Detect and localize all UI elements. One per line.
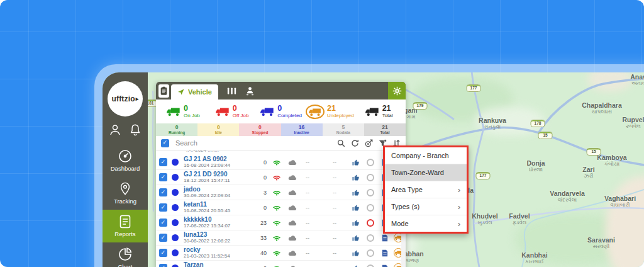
table-row[interactable]: Tarzan 28-08-2024 15:35:22 0 -- -- (156, 261, 406, 267)
thumbs-up-icon[interactable] (352, 204, 360, 212)
vehicle-status-dot (172, 189, 179, 196)
vehicle-name[interactable]: Tarzan (184, 262, 254, 267)
note-icon[interactable] (381, 264, 389, 267)
row-checkbox[interactable] (159, 203, 167, 212)
wifi-icon (272, 159, 281, 166)
thumbs-up-icon[interactable] (352, 249, 360, 257)
substat-total[interactable]: 21Total (364, 123, 406, 136)
route-badge-177: 177 (467, 84, 481, 92)
refresh-icon[interactable] (351, 139, 359, 147)
substat-inactive[interactable]: 16Inactive (281, 123, 323, 136)
search-icon[interactable] (337, 139, 345, 147)
substat-nodata[interactable]: 5Nodata (323, 123, 364, 136)
clipboard-tab-icon[interactable] (158, 84, 169, 98)
geofence-icon[interactable] (365, 139, 373, 147)
row-checkbox[interactable] (159, 234, 167, 242)
status-ring-icon[interactable] (367, 264, 374, 267)
select-all-checkbox[interactable] (161, 139, 169, 147)
vehicle-name[interactable]: ketan11 (184, 202, 254, 208)
map-label-vaghabari: Vaghabariવાઘાબારી (604, 195, 636, 208)
clipped-row: ..-..-2024 ..:..:.. (156, 151, 406, 155)
tab-vehicle[interactable]: Vehicle (171, 84, 218, 99)
vehicle-name[interactable]: GJ 21 AS 0902 (184, 156, 254, 163)
sidebar-item-tracking[interactable]: Tracking (103, 177, 148, 210)
table-row[interactable]: GJ 21 AS 0902 16-08-2024 23:09:44 0 -- -… (156, 155, 406, 170)
stat-total[interactable]: 21Total (354, 105, 403, 118)
logo-text: ufftzio (111, 94, 135, 103)
row-checkbox[interactable] (159, 249, 167, 257)
status-ring-icon[interactable] (367, 204, 374, 212)
stats-row: 0On Job 0Off Job 0Completed 21Undeployed… (156, 99, 406, 123)
vehicle-datetime: 30-09-2024 22:09:04 (184, 193, 254, 198)
truck-icon (306, 105, 325, 119)
row-checkbox[interactable] (159, 158, 167, 166)
chevron-right-icon: › (458, 220, 460, 228)
wifi-icon (272, 174, 281, 181)
row-checkbox[interactable] (159, 219, 167, 227)
thumbs-up-icon[interactable] (352, 174, 360, 181)
table-row[interactable]: jadoo 30-09-2024 22:09:04 3 -- -- (156, 185, 406, 200)
wifi-icon (272, 219, 281, 226)
stat-completed[interactable]: 0Completed (257, 105, 306, 118)
dropdown-item-area-type[interactable]: Area Type › (385, 181, 467, 198)
vehicle-table: ..-..-2024 ..:..:.. GJ 21 AS 0902 16-08-… (156, 151, 406, 267)
person-pin-tab-icon[interactable] (245, 86, 255, 96)
status-ring-icon[interactable] (367, 159, 374, 166)
substat-stopped[interactable]: 0Stopped (239, 123, 280, 136)
status-ring-icon[interactable] (367, 234, 374, 242)
vehicle-count: 23 (254, 220, 267, 226)
row-checkbox[interactable] (159, 173, 167, 181)
vehicle-name[interactable]: luna123 (184, 232, 254, 239)
status-ring-icon[interactable] (367, 249, 374, 257)
thumbs-up-icon[interactable] (352, 264, 360, 267)
dropdown-item-types-s[interactable]: Types (s) › (385, 198, 467, 215)
dropdown-item-company-branch[interactable]: Company - Branch (385, 147, 467, 164)
stat-off-job[interactable]: 0Off Job (208, 105, 257, 118)
thumbs-up-icon[interactable] (352, 234, 360, 242)
substat-running[interactable]: 0Running (156, 123, 197, 136)
app-logo[interactable]: ufftzio▸ (108, 81, 143, 116)
bell-icon[interactable] (130, 123, 142, 136)
status-ring-icon[interactable] (367, 189, 374, 196)
truck-icon (166, 106, 181, 116)
sidebar-item-dashboard[interactable]: Dashboard (103, 144, 148, 177)
status-ring-icon[interactable] (367, 219, 374, 227)
table-row[interactable]: rocky 21-03-2023 11:52:54 40 -- -- (156, 246, 406, 261)
table-row[interactable]: GJ 21 DD 9290 18-12-2024 15:47:11 0 -- -… (156, 170, 406, 185)
pie-icon (118, 247, 132, 261)
substat-idle[interactable]: 0Idle (197, 123, 239, 136)
map-label-anav: Anavઅનાવ (630, 73, 644, 87)
vehicle-name[interactable]: kkkkkk10 (184, 217, 254, 224)
search-input[interactable] (174, 139, 332, 147)
table-row[interactable]: kkkkkk10 17-08-2022 15:34:07 23 -- -- (156, 215, 406, 230)
sidebar-item-chart[interactable]: Chart (103, 242, 148, 267)
note-icon[interactable] (381, 249, 389, 257)
vehicle-name[interactable]: GJ 21 DD 9290 (184, 171, 254, 178)
thumbs-up-icon[interactable] (352, 189, 360, 196)
vehicle-name[interactable]: jadoo (184, 186, 254, 193)
stat-undeployed[interactable]: 21Undeployed (305, 105, 354, 119)
thumbs-up-icon[interactable] (352, 219, 360, 227)
row-checkbox[interactable] (159, 264, 167, 267)
settings-gear-button[interactable] (388, 82, 406, 99)
table-row[interactable]: luna123 30-08-2022 12:08:22 33 -- -- (156, 230, 406, 246)
table-row[interactable]: ketan11 16-08-2024 20:55:45 0 -- -- (156, 200, 406, 215)
status-ring-icon[interactable] (367, 174, 374, 181)
pin-icon (118, 182, 132, 196)
sidebar-item-reports[interactable]: Reports (103, 210, 148, 242)
gear-icon (392, 86, 402, 96)
note-icon[interactable] (381, 234, 389, 242)
cloud-icon (288, 265, 297, 267)
row-checkbox[interactable] (159, 188, 167, 196)
dropdown-item-town-zone-ward[interactable]: Town-Zone-Ward (385, 164, 467, 181)
user-icon[interactable] (109, 123, 121, 136)
thumbs-up-icon[interactable] (352, 159, 360, 166)
stat-on-job[interactable]: 0On Job (158, 105, 208, 118)
lanes-tab-icon[interactable] (227, 86, 236, 96)
vehicle-status-dot (172, 249, 179, 256)
logo-arrow-icon: ▸ (136, 96, 139, 102)
route-badge-179: 179 (413, 102, 428, 110)
chevron-right-icon: › (458, 186, 460, 194)
dropdown-item-mode[interactable]: Mode › (385, 215, 467, 232)
vehicle-name[interactable]: rocky (184, 247, 254, 254)
